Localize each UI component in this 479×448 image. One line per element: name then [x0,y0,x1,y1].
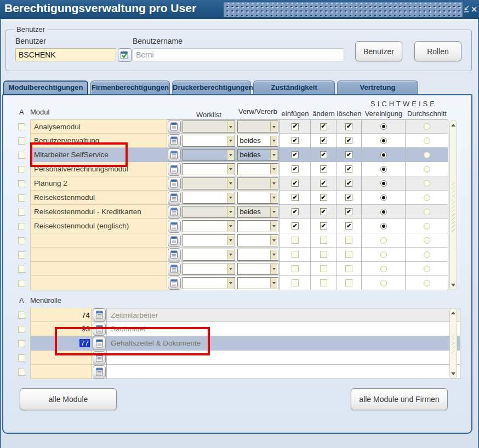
durchschnitt-radio[interactable] [424,209,430,215]
worklist-icon-button[interactable] [168,205,181,219]
verw-vererb-dropdown[interactable] [237,277,278,289]
durchschnitt-radio[interactable] [424,237,430,244]
alle-module-und-firmen-button[interactable]: alle Module und Firmen [351,388,448,410]
chevron-down-icon[interactable] [270,136,277,146]
module-name-cell[interactable]: Reisekostenmodul (englisch) [30,219,167,233]
module-table-row[interactable] [18,233,448,248]
loeschen-checkbox[interactable] [345,208,352,215]
module-table-scrollbar[interactable] [449,120,457,290]
loeschen-checkbox[interactable] [345,237,352,244]
vereinigung-radio[interactable] [380,137,387,144]
verw-vererb-dropdown[interactable] [237,163,278,175]
title-bar[interactable]: Berechtigungsverwaltung pro User ✕ [0,0,479,19]
durchschnitt-radio[interactable] [424,166,430,173]
loeschen-checkbox[interactable] [345,123,352,130]
vereinigung-radio[interactable] [380,209,387,215]
menu-role-name-cell[interactable]: Zeitmitarbeiter [107,308,460,322]
loeschen-checkbox[interactable] [345,222,352,229]
verw-vererb-dropdown[interactable]: beides [237,206,278,218]
row-select-checkbox[interactable] [18,354,25,361]
einfuegen-checkbox[interactable] [292,165,299,173]
benutzername-input[interactable]: Berni [133,48,344,61]
menu-role-number-cell[interactable] [30,365,92,379]
vereinigung-radio[interactable] [380,152,387,158]
worklist-dropdown[interactable] [183,192,235,204]
chevron-down-icon[interactable] [270,264,277,274]
chevron-down-icon[interactable] [227,122,234,131]
chevron-down-icon[interactable] [270,250,277,260]
aendern-checkbox[interactable] [320,265,327,272]
row-select-checkbox[interactable] [18,280,25,287]
chevron-down-icon[interactable] [227,164,234,174]
scrollbar-grip[interactable] [452,181,455,232]
worklist-dropdown[interactable] [183,263,235,275]
aendern-checkbox[interactable] [320,165,327,173]
durchschnitt-radio[interactable] [424,194,430,201]
worklist-dropdown[interactable] [183,249,235,261]
loeschen-checkbox[interactable] [345,251,352,258]
chevron-down-icon[interactable] [270,179,277,188]
aendern-checkbox[interactable] [320,222,327,229]
chevron-down-icon[interactable] [227,150,234,160]
vereinigung-radio[interactable] [380,237,387,244]
worklist-dropdown[interactable] [183,220,235,232]
worklist-icon-button[interactable] [168,134,181,147]
durchschnitt-radio[interactable] [424,180,430,187]
aendern-checkbox[interactable] [320,208,327,215]
verw-vererb-dropdown[interactable]: beides [237,149,278,161]
row-select-checkbox[interactable] [18,369,25,376]
tab-vertretung[interactable]: Vertretung [337,81,418,94]
loeschen-checkbox[interactable] [345,165,352,173]
aendern-checkbox[interactable] [320,251,327,258]
worklist-icon-button[interactable] [168,248,181,261]
menu-role-name-cell[interactable] [107,365,460,379]
worklist-icon-button[interactable] [168,148,181,162]
row-select-checkbox[interactable] [18,266,25,273]
chevron-down-icon[interactable] [227,250,234,260]
verw-vererb-dropdown[interactable]: beides [237,135,278,147]
durchschnitt-radio[interactable] [424,123,430,130]
loeschen-checkbox[interactable] [345,151,352,158]
verw-vererb-dropdown[interactable] [237,263,278,275]
chevron-down-icon[interactable] [227,264,234,274]
module-name-cell[interactable]: Planung 2 [30,176,167,191]
row-select-checkbox[interactable] [18,166,25,173]
module-table-row[interactable]: Analysemodul [18,119,448,134]
einfuegen-checkbox[interactable] [292,251,299,258]
vereinigung-radio[interactable] [380,251,387,258]
row-select-checkbox[interactable] [18,152,25,159]
worklist-dropdown[interactable] [183,277,235,289]
einfuegen-checkbox[interactable] [292,123,299,130]
durchschnitt-radio[interactable] [424,137,430,144]
durchschnitt-radio[interactable] [424,266,430,272]
tab-druckerberechtigungen[interactable]: Druckerberechtigungen [172,81,251,94]
worklist-dropdown[interactable] [183,120,235,133]
aendern-checkbox[interactable] [320,194,327,201]
chevron-down-icon[interactable] [227,221,234,231]
menu-role-number-cell[interactable]: 74 [30,308,92,322]
row-select-checkbox[interactable] [18,251,25,259]
einfuegen-checkbox[interactable] [292,180,299,187]
row-select-checkbox[interactable] [18,223,25,230]
scroll-down-icon[interactable] [451,371,456,377]
vereinigung-radio[interactable] [380,194,387,201]
chevron-down-icon[interactable] [270,278,277,288]
chevron-down-icon[interactable] [270,150,277,160]
module-name-cell[interactable]: Analysemodul [30,119,167,134]
module-table-row[interactable] [18,276,448,290]
row-select-checkbox[interactable] [18,209,25,216]
verw-vererb-dropdown[interactable] [237,234,278,246]
einfuegen-checkbox[interactable] [292,194,299,201]
loeschen-checkbox[interactable] [345,137,352,144]
tab-modulberechtigungen[interactable]: Modulberechtigungen [3,81,88,95]
row-select-checkbox[interactable] [18,194,25,202]
row-select-checkbox[interactable] [18,340,25,347]
worklist-icon-button[interactable] [168,262,181,275]
vereinigung-radio[interactable] [380,123,387,130]
module-name-cell[interactable] [30,262,167,276]
benutzer-input[interactable]: BSCHENK [15,48,116,61]
chevron-down-icon[interactable] [270,207,277,217]
durchschnitt-radio[interactable] [424,251,430,258]
einfuegen-checkbox[interactable] [292,265,299,272]
validate-user-button[interactable] [118,48,132,62]
